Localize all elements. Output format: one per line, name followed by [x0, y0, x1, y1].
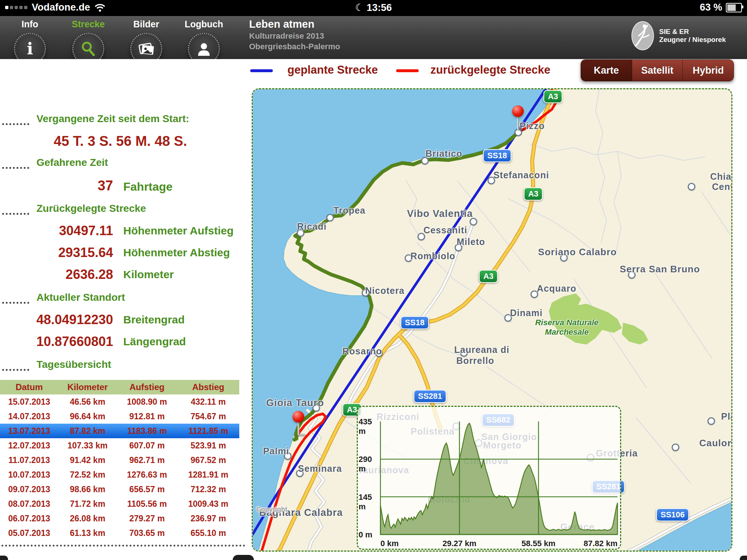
town-dot [628, 271, 636, 279]
dotted-leader [2, 123, 29, 125]
table-row[interactable]: 06.07.201326.08 km279.27 m236.97 m [0, 511, 239, 526]
town-dot [284, 452, 292, 460]
table-cell: 1105.56 m [117, 499, 177, 509]
town-dot [421, 157, 429, 165]
town-dot [375, 350, 383, 357]
town-dot [560, 254, 568, 262]
table-row[interactable]: 12.07.2013107.33 km607.07 m523.91 m [0, 438, 239, 453]
table-cell: 279.27 m [117, 514, 177, 524]
km-label: Kilometer [123, 268, 174, 281]
driving-days-label: Fahrtage [123, 180, 173, 194]
map-canvas[interactable]: BriaticoPizzoTropeaVibo ValentiaCessanit… [252, 88, 732, 552]
logo-line1: SIE & ER [659, 28, 726, 36]
elev-ytick: 145 m [359, 493, 380, 512]
map-type-hybrid[interactable]: Hybrid [683, 60, 734, 81]
table-cell: 87.82 km [58, 426, 117, 436]
dotted-leader [2, 302, 29, 304]
battery-icon [726, 3, 742, 12]
status-bar: Vodafone.de ☾ 13:56 63 % [0, 0, 747, 16]
table-cell: 703.65 m [117, 528, 177, 538]
table-row[interactable]: 15.07.201346.56 km1008.90 m432.11 m [0, 394, 239, 409]
table-cell: 107.33 km [58, 441, 117, 451]
dotted-leader [2, 369, 29, 371]
tab-strecke-label: Strecke [72, 19, 105, 30]
distance-title: Zurückgelegte Strecke [36, 203, 146, 214]
table-row[interactable]: 09.07.201398.66 km656.57 m712.32 m [0, 482, 239, 497]
table-cell: 26.08 km [58, 514, 117, 524]
day-table-body: 15.07.201346.56 km1008.90 m432.11 m14.07… [0, 394, 239, 540]
covered-route-swatch [396, 69, 419, 72]
driving-days-value: 37 [0, 178, 113, 194]
table-cell: 15.07.2013 [0, 397, 58, 407]
elapsed-title: Vergangene Zeit seit dem Start: [36, 113, 189, 125]
elev-xtick: 87.82 km [584, 539, 618, 548]
road-badge-a3: A3 [524, 187, 543, 201]
table-cell: 13.07.2013 [0, 426, 58, 436]
table-cell: 1281.91 m [177, 470, 239, 480]
col-aufstieg: Aufstieg [117, 382, 177, 392]
table-cell: 91.42 km [58, 455, 117, 465]
town-dot [418, 233, 425, 241]
table-cell: 656.57 m [117, 485, 177, 494]
planned-route-swatch [250, 69, 273, 72]
route-legend: geplante Strecke zurückgelegte Strecke K… [0, 59, 747, 88]
tab-strecke[interactable]: Strecke [61, 16, 116, 30]
table-row[interactable]: 13.07.201387.82 km1183.86 m1121.85 m [0, 424, 239, 438]
table-row[interactable]: 11.07.201391.42 km962.71 m967.52 m [0, 453, 239, 467]
tab-info[interactable]: Info i [3, 16, 57, 30]
town-dot [296, 470, 304, 477]
table-cell: 1276.63 m [117, 470, 177, 480]
page-curl-center [233, 555, 254, 560]
time-label: 13:56 [367, 2, 392, 13]
table-row[interactable]: 14.07.201396.64 km912.81 m754.67 m [0, 409, 239, 424]
table-cell: 967.52 m [177, 455, 239, 465]
table-header-row: Datum Kilometer Aufstieg Abstieg [0, 380, 239, 394]
moon-icon: ☾ [355, 2, 364, 13]
latitude-label: Breitengrad [123, 314, 185, 326]
map-type-switcher: KarteSatellitHybrid [581, 59, 734, 81]
town-dot [297, 229, 305, 237]
table-cell: 14.07.2013 [0, 412, 58, 421]
logo-line2: Zeugner / Niesporek [659, 36, 726, 44]
elapsed-value: 45 T. 3 S. 56 M. 48 S. [36, 133, 204, 149]
dancer-logo-icon [631, 21, 654, 50]
nav-bar: Info i Strecke Bilder Logbuch Leben atme… [0, 16, 747, 61]
town-dot [470, 218, 477, 226]
elev-xtick: 58.55 km [522, 539, 556, 548]
table-cell: 05.07.2013 [0, 528, 58, 538]
town-dot [708, 417, 715, 425]
tab-bilder[interactable]: Bilder [119, 16, 174, 30]
town-dot [313, 404, 320, 412]
dotted-leader [2, 167, 29, 169]
app-title: Leben atmen [249, 18, 340, 30]
longitude-label: Längengrad [123, 335, 186, 348]
table-cell: 962.71 m [117, 455, 177, 465]
table-cell: 08.07.2013 [0, 499, 58, 509]
tab-logbuch[interactable]: Logbuch [177, 16, 231, 30]
brand-logo: SIE & ER Zeugner / Niesporek [631, 21, 726, 50]
table-cell: 72.52 km [58, 470, 117, 480]
descent-label: Höhenmeter Abstieg [123, 246, 230, 259]
town-dot [672, 444, 680, 451]
dotted-leader [2, 213, 29, 215]
stats-sidebar: Vergangene Zeit seit dem Start: 45 T. 3 … [0, 88, 251, 555]
road-badge-ss106: SS106 [656, 508, 689, 521]
table-row[interactable]: 05.07.201361.13 km703.65 m655.10 m [0, 526, 239, 540]
table-cell: 09.07.2013 [0, 485, 58, 494]
map-type-karte[interactable]: Karte [581, 60, 632, 81]
town-dot [455, 244, 462, 252]
location-title: Aktueller Standort [36, 292, 125, 303]
table-cell: 1183.86 m [117, 426, 177, 436]
trip-title-block: Leben atmen Kulturradreise 2013 Obergrie… [249, 18, 340, 51]
table-row[interactable]: 08.07.201371.72 km1105.56 m1009.43 m [0, 497, 239, 511]
tab-bilder-label: Bilder [133, 19, 159, 30]
sidebar-bottom-divider [1, 545, 245, 547]
road-badge-ss18: SS18 [400, 316, 429, 329]
tab-info-label: Info [22, 19, 38, 30]
table-row[interactable]: 10.07.201372.52 km1276.63 m1281.91 m [0, 467, 239, 482]
table-cell: 06.07.2013 [0, 514, 58, 524]
ascent-value: 30497.11 [0, 223, 113, 238]
trip-route: Obergriesbach-Palermo [249, 42, 340, 51]
road-badge-ss281: SS281 [414, 390, 446, 403]
map-type-satellit[interactable]: Satellit [632, 60, 683, 81]
